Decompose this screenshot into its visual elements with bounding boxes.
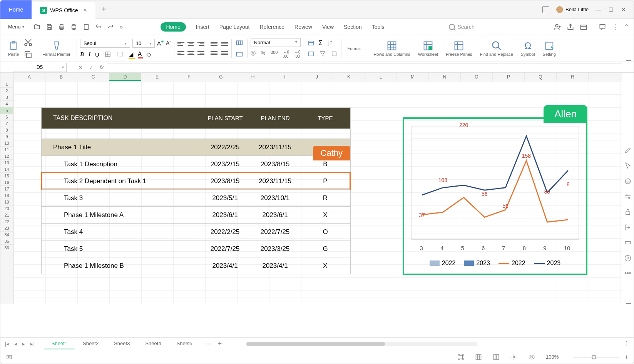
row-header[interactable]: 15 [0, 173, 13, 179]
column-header[interactable]: L [365, 73, 397, 81]
chart-legend: 2022 2023 2022 2023 [407, 260, 583, 267]
horizontal-scrollbar[interactable] [246, 342, 477, 346]
lock-icon[interactable] [624, 208, 632, 216]
cursor-icon[interactable] [624, 162, 632, 170]
column-header[interactable]: M [397, 73, 429, 81]
chart-container[interactable]: Allen 371082205656158858 345678910 2022 … [403, 117, 587, 275]
sheet-menu-icon[interactable]: ⋯ [206, 340, 212, 347]
row-header[interactable]: 10 [0, 140, 13, 147]
row-header[interactable]: 21 [0, 212, 13, 219]
focus-cell-icon[interactable] [457, 354, 464, 361]
column-header[interactable]: D [109, 73, 141, 81]
column-header[interactable]: Q [525, 73, 557, 81]
column-header[interactable]: H [237, 73, 269, 81]
table-row[interactable]: Phase 1 Milestone A2023/6/12023/6/1X [42, 206, 350, 223]
more-sidebar-icon[interactable]: ••• [625, 270, 631, 277]
last-sheet-icon[interactable]: ▸| [30, 341, 34, 347]
column-header[interactable]: N [429, 73, 461, 81]
svg-rect-33 [497, 354, 499, 360]
header-type: TYPE [300, 114, 350, 122]
row-header[interactable]: 36 [0, 245, 13, 251]
sheet-tab[interactable]: Sheet1 [44, 338, 75, 349]
first-sheet-icon[interactable]: |◂ [5, 341, 9, 347]
column-header[interactable]: E [141, 73, 173, 81]
table-row[interactable]: Task 1 DescriptionCathy2023/2/152023/8/1… [42, 155, 350, 172]
row-header[interactable]: 13 [0, 160, 13, 166]
font-color-button[interactable]: A [138, 51, 142, 58]
row-header[interactable]: 34 [0, 232, 13, 238]
column-header[interactable]: F [173, 73, 205, 81]
svg-point-34 [513, 356, 515, 358]
column-header[interactable]: C [77, 73, 109, 81]
row-header[interactable]: 23 [0, 225, 13, 232]
table-row[interactable]: Task 32023/5/12023/10/1R [42, 189, 350, 206]
row-header[interactable]: 19 [0, 199, 13, 205]
row-header[interactable]: 20 [0, 205, 13, 212]
row-header[interactable]: 5 [0, 107, 13, 114]
row-header[interactable]: 9 [0, 134, 13, 140]
zoom-out-button[interactable]: − [564, 354, 567, 361]
table-row[interactable]: Phase 1 Milestone B2023/4/12023/4/1X [42, 257, 350, 274]
svg-rect-25 [626, 212, 630, 215]
table-row[interactable]: Phase 1 Title2022/2/252023/11/15 [42, 139, 350, 155]
row-header[interactable]: 16 [0, 179, 13, 186]
table-header-row: TASK DESCRIPTION PLAN START PLAN END TYP… [42, 108, 350, 129]
next-sheet-icon[interactable]: ▸ [22, 341, 25, 347]
minimize-panel-icon[interactable] [624, 239, 632, 247]
table-row[interactable]: Task 2 Dependent on Task 12023/8/152023/… [42, 172, 350, 189]
view-eye-icon[interactable] [528, 354, 535, 361]
name-box[interactable]: D5 ▾ [13, 63, 67, 72]
column-header[interactable]: J [301, 73, 333, 81]
table-row[interactable]: Task 52022/7/252023/3/25G [42, 240, 350, 257]
column-header[interactable]: R [557, 73, 589, 81]
row-header[interactable]: 3 [0, 94, 13, 101]
row-header[interactable]: 12 [0, 153, 13, 160]
view-page-icon[interactable] [493, 354, 500, 361]
settings-sliders-icon[interactable] [624, 193, 632, 200]
help-icon[interactable] [624, 254, 632, 262]
fill-color-button[interactable]: ◢ [129, 51, 133, 58]
row-header[interactable]: 11 [0, 147, 13, 153]
column-header[interactable]: B [45, 73, 77, 81]
column-header[interactable]: G [205, 73, 237, 81]
sheet-tab[interactable]: Sheet5 [169, 338, 200, 349]
sheet-tab[interactable]: Sheet2 [75, 338, 106, 349]
row-header[interactable]: 14 [0, 166, 13, 173]
exit-icon[interactable] [624, 224, 632, 231]
row-header[interactable]: 35 [0, 238, 13, 245]
column-header[interactable]: A [13, 73, 45, 81]
row-header[interactable]: 22 [0, 219, 13, 225]
header-task-description: TASK DESCRIPTION [42, 115, 200, 122]
svg-rect-26 [625, 242, 630, 244]
column-header[interactable]: O [461, 73, 493, 81]
search-icon [449, 24, 455, 30]
row-header[interactable]: 2 [0, 88, 13, 94]
row-header[interactable]: 7 [0, 120, 13, 127]
pen-icon[interactable] [624, 147, 632, 154]
row-header[interactable]: 4 [0, 101, 13, 107]
prev-sheet-icon[interactable]: ◂ [14, 341, 17, 347]
row-header[interactable]: 17 [0, 186, 13, 192]
select-icon[interactable] [624, 177, 632, 185]
cells-area[interactable]: TASK DESCRIPTION PLAN START PLAN END TYP… [13, 81, 622, 304]
row-header[interactable]: 1 [0, 81, 13, 88]
column-header[interactable]: P [493, 73, 525, 81]
sheet-tab[interactable]: Sheet4 [137, 338, 169, 349]
row-header[interactable]: 6 [0, 114, 13, 120]
column-header[interactable]: K [333, 73, 365, 81]
scroll-menu-icon[interactable]: ⋮ [624, 340, 630, 347]
zoom-in-button[interactable]: + [625, 354, 628, 361]
zoom-level[interactable]: 100% [546, 354, 559, 360]
table-row[interactable]: Task 42022/2/252022/7/25O [42, 223, 350, 240]
add-sheet-button[interactable]: + [218, 340, 222, 348]
row-header[interactable]: 8 [0, 127, 13, 134]
menu-button[interactable]: Menu ▾ [5, 22, 27, 31]
row-header[interactable]: 18 [0, 192, 13, 199]
record-macro-icon[interactable] [6, 354, 13, 361]
zoom-slider[interactable] [573, 357, 619, 357]
sheet-tab[interactable]: Sheet3 [106, 338, 137, 349]
view-layout-icon[interactable] [510, 354, 517, 361]
view-normal-icon[interactable] [475, 354, 482, 361]
column-header[interactable]: I [269, 73, 301, 81]
table-row[interactable] [42, 129, 350, 139]
